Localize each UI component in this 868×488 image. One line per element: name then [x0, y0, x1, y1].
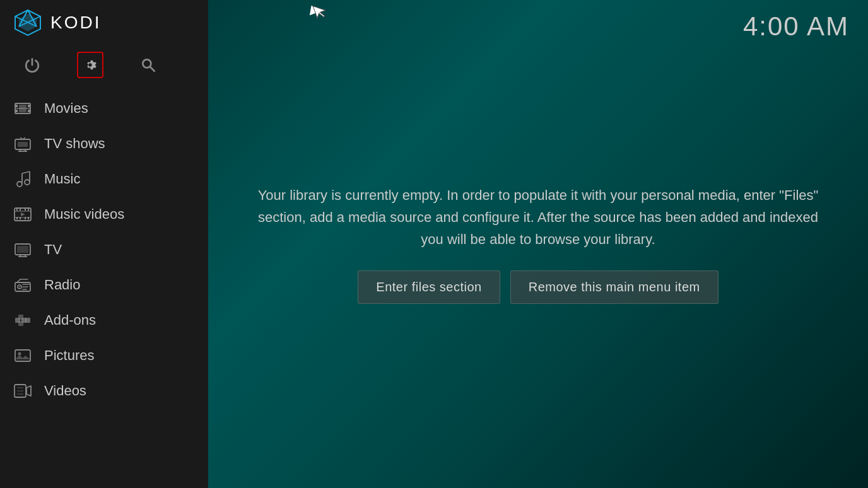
nav-item-addons[interactable]: Add-ons [0, 303, 208, 338]
svg-marker-66 [313, 3, 327, 19]
svg-rect-38 [25, 217, 26, 219]
svg-rect-34 [25, 208, 26, 211]
sidebar: KODI [0, 0, 208, 488]
tv-label: TV [44, 241, 62, 258]
main-nav: Movies TV shows [0, 91, 208, 488]
svg-rect-37 [20, 217, 21, 219]
nav-item-pictures[interactable]: Pictures [0, 338, 208, 373]
svg-line-28 [22, 171, 30, 173]
videos-label: Videos [44, 383, 86, 399]
svg-rect-14 [28, 110, 30, 112]
app-title: KODI [50, 13, 101, 33]
settings-button[interactable] [77, 52, 103, 78]
tvshows-label: TV shows [44, 136, 105, 152]
svg-rect-12 [28, 105, 30, 107]
svg-rect-30 [15, 211, 31, 212]
svg-rect-11 [15, 105, 18, 107]
svg-marker-40 [21, 212, 25, 216]
action-buttons-group: Enter files section Remove this main men… [248, 270, 828, 304]
musicvideos-icon [13, 204, 33, 224]
top-icons-bar [0, 45, 208, 84]
music-icon [13, 169, 33, 189]
nav-item-tvshows[interactable]: TV shows [0, 126, 208, 161]
svg-point-60 [18, 352, 21, 356]
search-button[interactable] [135, 52, 161, 78]
svg-rect-58 [25, 318, 30, 323]
nav-item-musicvideos[interactable]: Music videos [0, 197, 208, 232]
musicvideos-label: Music videos [44, 206, 124, 223]
svg-point-48 [19, 286, 20, 288]
movies-label: Movies [44, 100, 88, 117]
svg-point-7 [88, 63, 91, 66]
tvshows-icon [13, 134, 33, 154]
pictures-icon [13, 346, 33, 366]
videos-icon [13, 381, 33, 401]
nav-item-videos[interactable]: Videos [0, 373, 208, 409]
main-content: 4:00 AM Your library is currently empty.… [208, 0, 868, 488]
svg-rect-42 [17, 246, 28, 253]
nav-item-movies[interactable]: Movies [0, 91, 208, 126]
svg-rect-57 [18, 321, 23, 326]
nav-item-music[interactable]: Music [0, 161, 208, 197]
addons-icon [13, 310, 33, 330]
clock-display: 4:00 AM [743, 11, 849, 42]
kodi-logo-icon [13, 8, 43, 38]
nav-item-tv[interactable]: TV [0, 232, 208, 267]
mouse-cursor [307, 4, 319, 16]
library-empty-text: Your library is currently empty. In orde… [248, 184, 828, 251]
svg-marker-62 [26, 386, 31, 396]
tv-icon [13, 240, 33, 260]
enter-files-button[interactable]: Enter files section [358, 270, 500, 304]
nav-item-radio[interactable]: Radio [0, 267, 208, 303]
svg-rect-36 [16, 217, 18, 219]
svg-point-24 [17, 182, 22, 187]
empty-library-message: Your library is currently empty. In orde… [235, 171, 841, 317]
logo-area: KODI [0, 0, 208, 45]
power-button[interactable] [19, 52, 45, 78]
svg-rect-32 [16, 208, 18, 211]
svg-rect-56 [18, 315, 23, 320]
addons-label: Add-ons [44, 312, 96, 328]
radio-label: Radio [44, 277, 80, 293]
radio-icon [13, 275, 33, 295]
svg-point-25 [25, 180, 30, 185]
music-label: Music [44, 171, 80, 187]
svg-rect-59 [15, 350, 30, 361]
pictures-label: Pictures [44, 347, 94, 364]
remove-menu-item-button[interactable]: Remove this main menu item [510, 270, 718, 304]
svg-line-9 [150, 67, 155, 71]
svg-rect-33 [20, 208, 21, 211]
svg-rect-35 [28, 208, 29, 211]
svg-rect-18 [18, 142, 28, 147]
svg-rect-13 [15, 110, 18, 112]
svg-rect-39 [28, 217, 29, 219]
movies-icon [13, 98, 33, 119]
